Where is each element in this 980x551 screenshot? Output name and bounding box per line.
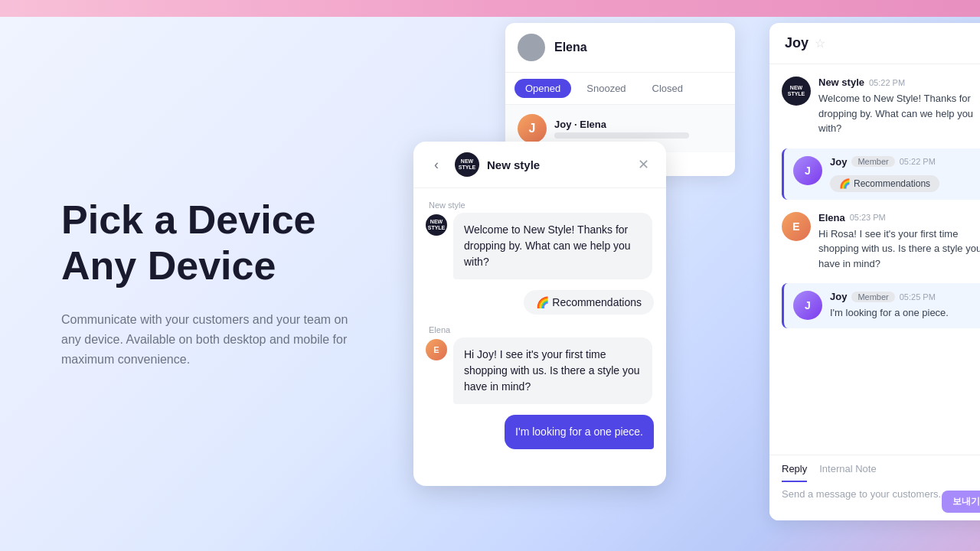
user-bubble: I'm looking for a one piece. — [505, 415, 654, 449]
bot-sender-label: New style — [426, 201, 654, 210]
detail-joy-onepiece-content: Joy Member 05:25 PM I'm looking for a on… — [830, 291, 980, 321]
detail-joy-rec-meta: Joy Member 05:22 PM — [830, 156, 980, 168]
detail-bot-name: New style — [818, 77, 864, 88]
detail-bot-text: Welcome to New Style! Thanks for droppin… — [818, 91, 980, 136]
detail-joy2-name: Joy — [830, 291, 847, 302]
reply-tab-reply[interactable]: Reply — [782, 463, 807, 482]
detail-joy2-avatar: J — [793, 291, 822, 320]
elena-avatar — [518, 34, 545, 61]
detail-joy2-time: 05:25 PM — [900, 292, 936, 302]
reply-footer: Reply Internal Note Send a message to yo… — [769, 455, 980, 520]
detail-bot-row: NEWSTYLE New style 05:22 PM Welcome to N… — [782, 77, 980, 136]
detail-elena-row: E Elena 05:23 PM Hi Rosa! I see it's you… — [782, 212, 980, 272]
left-panel: Pick a Device Any Device Communicate wit… — [0, 0, 413, 551]
bot-bubble: Welcome to New Style! Thanks for droppin… — [453, 213, 652, 279]
chat-panel: ‹ NEWSTYLE New style ✕ New style NEWSTYL… — [413, 142, 666, 486]
detail-elena-avatar-img: E — [782, 212, 811, 241]
tab-snoozed[interactable]: Snoozed — [576, 79, 636, 98]
recommendation-emoji: 🌈 — [536, 296, 549, 308]
detail-joy-avatar: J — [793, 156, 822, 185]
detail-joy-name: Joy — [830, 156, 847, 168]
detail-bot-time: 05:22 PM — [869, 78, 905, 87]
conv-list-header: Elena — [505, 23, 735, 73]
detail-joy-rec-row: J Joy Member 05:22 PM 🌈 Recommendations — [782, 148, 980, 200]
detail-logo: NEWSTYLE — [782, 77, 811, 106]
detail-joy-onepiece-row: J Joy Member 05:25 PM I'm looking for a … — [782, 283, 980, 328]
detail-bot-content: New style 05:22 PM Welcome to New Style!… — [818, 77, 980, 136]
detail-panel-title: Joy — [785, 35, 808, 51]
right-panel: Elena Opened Snoozed Closed J Joy · Elen… — [413, 0, 980, 551]
detail-rec-emoji: 🌈 — [839, 178, 851, 189]
elena-chat-avatar: E — [426, 339, 447, 360]
detail-joy-onepiece-text: I'm looking for a one piece. — [830, 305, 980, 321]
detail-header: Joy ☆ — [769, 23, 980, 64]
chat-header: ‹ NEWSTYLE New style ✕ — [413, 142, 666, 188]
tabs-bar: Opened Snoozed Closed — [505, 73, 735, 105]
detail-joy-rec-content: Joy Member 05:22 PM 🌈 Recommendations — [830, 156, 980, 192]
hero-title-line2: Any Device — [61, 243, 276, 288]
top-bar — [0, 0, 980, 17]
joy-avatar: J — [518, 114, 547, 143]
reply-tabs: Reply Internal Note — [769, 455, 980, 482]
conv-sender: Joy — [554, 119, 571, 130]
detail-elena-name: Elena — [818, 212, 845, 223]
conv-preview-bar — [554, 132, 689, 139]
hero-title-line1: Pick a Device — [61, 197, 315, 242]
detail-rec-text: Recommendations — [854, 178, 930, 189]
bot-message-row: New style NEWSTYLE Welcome to New Style!… — [426, 201, 654, 279]
chat-back-button[interactable]: ‹ — [426, 154, 447, 175]
bot-msg-row: NEWSTYLE Welcome to New Style! Thanks fo… — [426, 213, 654, 279]
joy-avatar-img: J — [518, 114, 547, 143]
detail-joy-badge: Member — [851, 156, 894, 167]
detail-elena-meta: Elena 05:23 PM — [818, 212, 980, 223]
hero-title: Pick a Device Any Device — [61, 197, 368, 289]
conv-item-names: Joy · Elena — [554, 119, 723, 130]
detail-bot-meta: New style 05:22 PM — [818, 77, 980, 88]
detail-joy-onepiece-meta: Joy Member 05:25 PM — [830, 291, 980, 302]
conv-receiver: Elena — [580, 119, 606, 130]
star-icon[interactable]: ☆ — [815, 36, 825, 51]
reply-send-button[interactable]: 보내기 — [942, 491, 980, 513]
detail-elena-time: 05:23 PM — [850, 213, 886, 222]
detail-elena-content: Elena 05:23 PM Hi Rosa! I see it's your … — [818, 212, 980, 272]
agent-sender-label: Elena — [426, 325, 654, 334]
detail-messages: NEWSTYLE New style 05:22 PM Welcome to N… — [769, 64, 980, 439]
tab-closed[interactable]: Closed — [642, 79, 694, 98]
agent-bubble: Hi Joy! I see it's your first time shopp… — [453, 337, 652, 404]
detail-joy2-badge: Member — [851, 292, 894, 302]
recommendation-text: Recommendations — [552, 296, 642, 308]
detail-joy-avatar-img: J — [793, 156, 822, 185]
detail-joy-time: 05:22 PM — [900, 157, 936, 166]
bot-avatar: NEWSTYLE — [426, 214, 447, 236]
detail-joy2-avatar-img: J — [793, 291, 822, 320]
chat-close-button[interactable]: ✕ — [632, 154, 654, 175]
tab-opened[interactable]: Opened — [514, 79, 571, 98]
detail-elena-avatar: E — [782, 212, 811, 241]
conv-header-name: Elena — [554, 41, 587, 54]
detail-recommendation-pill: 🌈 Recommendations — [830, 175, 939, 192]
agent-msg-row: E Hi Joy! I see it's your first time sho… — [426, 337, 654, 404]
detail-panel: Joy ☆ NEWSTYLE New style 05:22 PM Welcom… — [769, 23, 980, 520]
detail-elena-text: Hi Rosa! I see it's your first time shop… — [818, 227, 980, 272]
conv-item-info: Joy · Elena — [554, 119, 723, 139]
chat-title: New style — [487, 158, 625, 171]
recommendation-pill[interactable]: 🌈 Recommendations — [524, 290, 654, 315]
reply-placeholder: Send a message to your customers. — [782, 488, 941, 500]
chat-messages: New style NEWSTYLE Welcome to New Style!… — [413, 188, 666, 486]
reply-tab-internal[interactable]: Internal Note — [819, 463, 876, 482]
agent-message-row: Elena E Hi Joy! I see it's your first ti… — [426, 325, 654, 404]
chat-logo: NEWSTYLE — [455, 152, 479, 177]
hero-subtitle: Communicate with your customers and your… — [61, 310, 352, 369]
